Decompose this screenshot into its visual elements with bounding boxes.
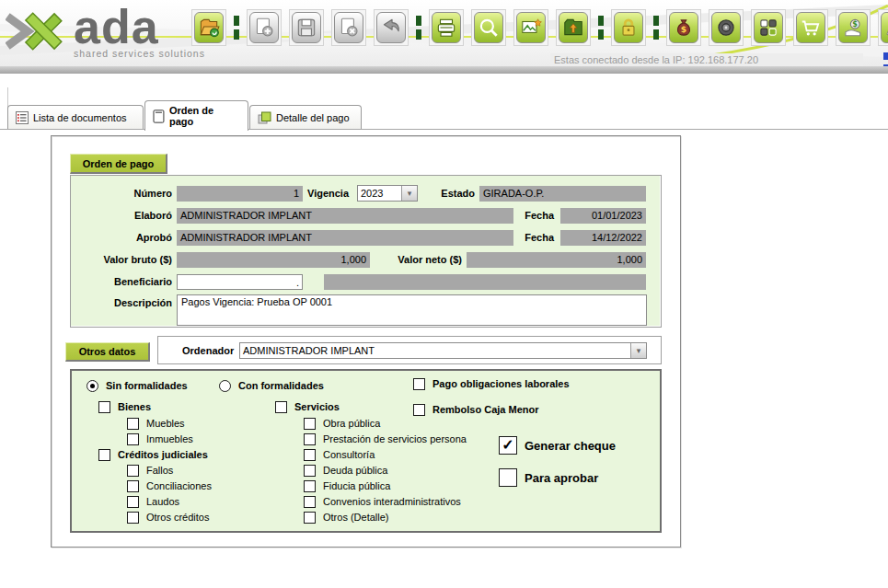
- checkbox-fallos[interactable]: Fallos: [127, 465, 173, 477]
- header-bottom-band: [0, 66, 888, 74]
- tab-detalle-del-pago[interactable]: Detalle del pago: [249, 105, 362, 130]
- vigencia-select[interactable]: 2023 ▾: [357, 185, 418, 202]
- toolbar-separator: [234, 16, 239, 40]
- undo-icon: [379, 16, 403, 40]
- checkbox[interactable]: [304, 480, 316, 492]
- checkbox[interactable]: [304, 496, 316, 508]
- checkbox[interactable]: [127, 465, 139, 477]
- order-form-panel: Orden de pago Número 1 Vigencia 2023 ▾ E…: [51, 135, 681, 548]
- lock-icon: [617, 16, 640, 40]
- checkbox[interactable]: [98, 401, 110, 413]
- radio-sin-formalidades[interactable]: Sin formalidades: [86, 380, 188, 392]
- ordenador-box: Ordenador ADMINISTRADOR IMPLANT ▾: [157, 336, 662, 364]
- print-button[interactable]: [429, 9, 464, 46]
- checkbox-creditos-judiciales[interactable]: Créditos judiciales: [98, 449, 208, 461]
- money-bag-button[interactable]: $: [666, 9, 701, 46]
- valor-neto-field: 1,000: [467, 252, 646, 268]
- otros-datos-section-button[interactable]: Otros datos: [65, 342, 150, 362]
- lock-button[interactable]: [611, 9, 646, 46]
- toolbar-separator: [598, 16, 604, 40]
- checkbox-inmuebles[interactable]: Inmuebles: [127, 433, 193, 445]
- checkbox-conciliaciones[interactable]: Conciliaciones: [127, 480, 212, 492]
- checkbox[interactable]: [127, 433, 139, 445]
- checkbox-otros-detalle[interactable]: Otros (Detalle): [304, 512, 389, 524]
- checkbox-deuda-publica[interactable]: Deuda pública: [304, 465, 387, 477]
- tab-orden-de-pago[interactable]: Orden de pago: [144, 100, 248, 131]
- app-header: ada shared services solutions: [0, 0, 888, 74]
- tab-lista-de-documentos[interactable]: Lista de documentos: [7, 105, 144, 130]
- checkbox[interactable]: [127, 418, 139, 430]
- beneficiario-label: Beneficiario: [71, 274, 172, 290]
- checkbox[interactable]: [127, 512, 139, 524]
- payment-options-panel: Sin formalidades Con formalidades Pago o…: [70, 369, 662, 533]
- users-button[interactable]: [878, 9, 888, 46]
- checkbox-consultoria[interactable]: Consultoría: [304, 449, 375, 461]
- checkbox-checked[interactable]: [499, 436, 517, 455]
- checkbox[interactable]: [275, 401, 287, 413]
- checkbox[interactable]: [413, 404, 425, 416]
- ordenador-value: ADMINISTRADOR IMPLANT: [243, 345, 375, 356]
- checkbox[interactable]: [304, 512, 316, 524]
- checkbox-prestacion-servicios[interactable]: Prestación de servicios persona: [304, 433, 467, 445]
- folder-upload-button[interactable]: [556, 9, 591, 46]
- hand-money-button[interactable]: $: [836, 9, 871, 46]
- modules-grid-icon: [756, 16, 780, 40]
- checkbox-pago-obligaciones-laborales[interactable]: Pago obligaciones laborales: [413, 378, 570, 390]
- orden-de-pago-section-button[interactable]: Orden de pago: [70, 154, 167, 174]
- checkbox-bienes[interactable]: Bienes: [98, 401, 151, 413]
- checkbox[interactable]: [304, 449, 316, 461]
- radio-con-formalidades[interactable]: Con formalidades: [219, 380, 324, 392]
- checkbox-fiducia-publica[interactable]: Fiducia pública: [304, 480, 390, 492]
- checkbox[interactable]: [98, 449, 110, 461]
- elaboro-label: Elaboró: [71, 208, 172, 224]
- fecha-aprobo-field: 14/12/2022: [560, 230, 646, 246]
- fecha-aprobo-label: Fecha: [515, 230, 554, 246]
- checkbox[interactable]: [127, 480, 139, 492]
- fecha-elaboro-label: Fecha: [515, 208, 554, 224]
- open-folder-refresh-icon: [197, 16, 221, 40]
- checkbox-para-aprobar[interactable]: Para aprobar: [499, 468, 598, 487]
- aprobo-field: ADMINISTRADOR IMPLANT: [177, 230, 513, 246]
- image-export-button[interactable]: [513, 9, 548, 46]
- undo-button[interactable]: [374, 9, 409, 46]
- save-button[interactable]: [289, 9, 324, 46]
- shopping-cart-icon: [799, 16, 823, 40]
- shopping-cart-button[interactable]: [793, 9, 828, 46]
- descripcion-textarea[interactable]: Pagos Vigencia: Prueba OP 0001: [177, 294, 647, 326]
- checkbox[interactable]: [413, 378, 425, 390]
- search-icon: [477, 16, 501, 40]
- search-button[interactable]: [471, 9, 506, 46]
- checkbox[interactable]: [304, 433, 316, 445]
- modules-grid-button[interactable]: [751, 9, 786, 46]
- list-icon: [16, 111, 29, 124]
- checkbox-servicios[interactable]: Servicios: [275, 401, 340, 413]
- checkbox[interactable]: [304, 465, 316, 477]
- radio-button[interactable]: [86, 380, 98, 392]
- valor-bruto-label: Valor bruto ($): [71, 252, 172, 268]
- vault-button[interactable]: [709, 9, 744, 46]
- chevron-down-icon[interactable]: ▾: [401, 186, 417, 201]
- new-document-button[interactable]: [247, 9, 282, 46]
- delete-document-icon: [337, 16, 361, 40]
- checkbox-convenios-interadministrativos[interactable]: Convenios interadministrativos: [304, 496, 461, 508]
- vault-icon: [714, 16, 738, 40]
- checkbox[interactable]: [127, 496, 139, 508]
- radio-button[interactable]: [219, 380, 231, 392]
- checkbox-laudos[interactable]: Laudos: [127, 496, 179, 508]
- checkbox-rembolso-caja-menor[interactable]: Rembolso Caja Menor: [413, 404, 539, 416]
- elaboro-field: ADMINISTRADOR IMPLANT: [177, 208, 513, 224]
- checkbox-otros-creditos[interactable]: Otros créditos: [127, 512, 209, 524]
- brand-mark-icon: [6, 4, 68, 55]
- section-title: Orden de pago: [83, 158, 155, 169]
- checkbox[interactable]: [499, 468, 517, 487]
- ordenador-select[interactable]: ADMINISTRADOR IMPLANT ▾: [239, 342, 647, 359]
- beneficiario-input[interactable]: [177, 274, 303, 290]
- checkbox-generar-cheque[interactable]: Generar cheque: [499, 436, 616, 455]
- image-export-icon: [519, 16, 543, 40]
- delete-document-button[interactable]: [331, 9, 366, 46]
- chevron-down-icon[interactable]: ▾: [630, 343, 646, 358]
- checkbox-obra-publica[interactable]: Obra pública: [304, 418, 380, 430]
- checkbox[interactable]: [304, 418, 316, 430]
- open-folder-button[interactable]: [191, 9, 226, 46]
- checkbox-muebles[interactable]: Muebles: [127, 418, 185, 430]
